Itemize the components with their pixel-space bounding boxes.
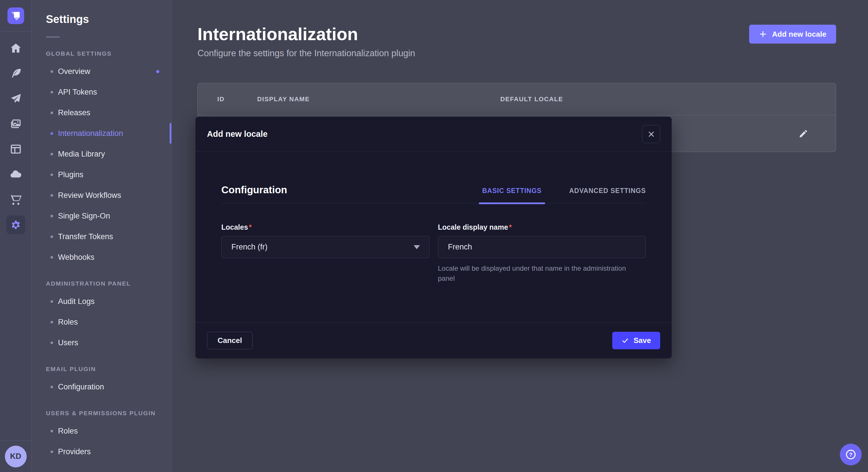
section-label-email-plugin: EMAIL PLUGIN (46, 366, 172, 372)
settings-tabs: BASIC SETTINGS ADVANCED SETTINGS (482, 187, 646, 196)
rail-item-cloud[interactable] (3, 162, 28, 187)
sidebar-item-label: Configuration (58, 382, 104, 392)
sidebar-item-single-sign-on[interactable]: Single Sign-On (32, 206, 172, 226)
sidebar-item-label: Users (58, 338, 79, 347)
sidebar-item-label: Providers (58, 447, 91, 456)
bullet-icon (51, 111, 53, 114)
bullet-icon (51, 173, 53, 176)
section-label-global-settings: GLOBAL SETTINGS (46, 50, 172, 57)
edit-locale-button[interactable] (799, 129, 808, 138)
sidebar-item-overview[interactable]: Overview (32, 61, 172, 82)
locales-field: Locales* French (fr) (221, 223, 429, 283)
notification-dot (156, 70, 159, 73)
configuration-heading: Configuration (221, 184, 287, 196)
table-header-row: ID DISPLAY NAME DEFAULT LOCALE (198, 83, 836, 115)
required-asterisk: * (509, 223, 512, 231)
sidebar-item-label: API Tokens (58, 88, 97, 97)
sidebar-item-label: Transfer Tokens (58, 232, 113, 241)
administration-panel-list: Audit Logs Roles Users (32, 291, 172, 353)
add-new-locale-label: Add new locale (772, 30, 826, 39)
sidebar-item-transfer-tokens[interactable]: Transfer Tokens (32, 226, 172, 247)
display-name-input[interactable] (438, 236, 646, 258)
modal-fields-row: Locales* French (fr) Locale display name… (221, 223, 646, 283)
sidebar-item-admin-users[interactable]: Users (32, 332, 172, 353)
sidebar-item-label: Internationalization (58, 129, 123, 138)
display-name-label: Locale display name* (438, 223, 646, 231)
cancel-button[interactable]: Cancel (207, 332, 253, 349)
section-label-administration-panel: ADMINISTRATION PANEL (46, 280, 172, 287)
modal-close-button[interactable] (642, 125, 660, 143)
sidebar-item-label: Audit Logs (58, 297, 95, 306)
bullet-icon (51, 235, 53, 238)
column-header-id: ID (217, 96, 257, 103)
bullet-icon (51, 430, 53, 432)
sidebar-item-up-providers[interactable]: Providers (32, 441, 172, 462)
display-name-field: Locale display name* Locale will be disp… (438, 223, 646, 283)
sidebar-item-label: Releases (58, 108, 90, 117)
bullet-icon (51, 386, 53, 388)
sidebar-item-admin-roles[interactable]: Roles (32, 312, 172, 332)
feather-icon (6, 64, 25, 83)
help-button[interactable]: ? (840, 444, 862, 465)
modal-footer: Cancel Save (195, 322, 672, 359)
main-content: Internationalization Configure the setti… (172, 0, 868, 472)
save-button-label: Save (633, 336, 651, 345)
sidebar-item-review-workflows[interactable]: Review Workflows (32, 185, 172, 206)
rail-user-area: KD (0, 440, 31, 472)
rail-item-content-manager[interactable] (3, 136, 28, 162)
tab-basic-settings[interactable]: BASIC SETTINGS (482, 187, 541, 196)
bullet-icon (51, 256, 53, 259)
tab-advanced-settings[interactable]: ADVANCED SETTINGS (569, 187, 646, 196)
question-glyph: ? (849, 452, 852, 458)
sidebar-item-releases[interactable]: Releases (32, 102, 172, 123)
sidebar-item-plugins[interactable]: Plugins (32, 164, 172, 185)
sidebar-item-email-configuration[interactable]: Configuration (32, 376, 172, 397)
bullet-icon (51, 321, 53, 324)
user-avatar[interactable]: KD (5, 446, 27, 467)
sidebar-item-audit-logs[interactable]: Audit Logs (32, 291, 172, 312)
layout-icon (6, 140, 25, 159)
sidebar-item-label: Overview (58, 67, 90, 76)
check-icon (621, 337, 629, 344)
rail-item-media-library[interactable] (3, 111, 28, 136)
sidebar-item-label: Review Workflows (58, 191, 121, 200)
required-asterisk: * (249, 223, 252, 231)
column-header-default-locale: DEFAULT LOCALE (500, 96, 816, 103)
sidebar-item-internationalization[interactable]: Internationalization (32, 123, 172, 144)
email-plugin-list: Configuration (32, 376, 172, 397)
bullet-icon (51, 450, 53, 453)
sidebar-item-webhooks[interactable]: Webhooks (32, 247, 172, 268)
rail-item-home[interactable] (3, 36, 28, 61)
sidebar-item-label: Roles (58, 427, 78, 436)
save-button[interactable]: Save (612, 332, 660, 349)
cloud-icon (6, 165, 25, 184)
section-label-users-permissions-plugin: USERS & PERMISSIONS PLUGIN (46, 410, 172, 417)
rail-item-marketplace[interactable] (3, 187, 28, 212)
home-icon (6, 39, 25, 58)
settings-sidebar: Settings GLOBAL SETTINGS Overview API To… (32, 0, 172, 472)
chevron-down-icon (414, 245, 420, 249)
sidebar-item-up-roles[interactable]: Roles (32, 421, 172, 441)
strapi-admin-app: KD Settings GLOBAL SETTINGS Overview API… (0, 0, 868, 472)
users-permissions-list: Roles Providers (32, 421, 172, 462)
modal-header: Add new locale (195, 117, 672, 152)
sidebar-item-api-tokens[interactable]: API Tokens (32, 82, 172, 102)
close-icon (648, 131, 655, 138)
rail-item-deploy[interactable] (3, 86, 28, 111)
question-mark-icon: ? (844, 448, 857, 461)
rail-item-settings[interactable] (3, 212, 28, 237)
strapi-logo-icon (7, 7, 24, 24)
sidebar-item-label: Media Library (58, 150, 105, 159)
modal-tabbar: Configuration BASIC SETTINGS ADVANCED SE… (221, 184, 646, 203)
nav-rail: KD (0, 0, 32, 472)
sidebar-item-label: Webhooks (58, 253, 94, 262)
bullet-icon (51, 70, 53, 73)
locales-select-value: French (fr) (231, 243, 268, 251)
add-new-locale-button[interactable]: Add new locale (749, 25, 836, 43)
paper-plane-icon (6, 89, 25, 108)
bullet-icon (51, 153, 53, 156)
sidebar-item-media-library[interactable]: Media Library (32, 144, 172, 164)
rail-item-content-type-builder[interactable] (3, 61, 28, 86)
locales-select[interactable]: French (fr) (221, 236, 429, 258)
cart-icon (6, 190, 25, 209)
